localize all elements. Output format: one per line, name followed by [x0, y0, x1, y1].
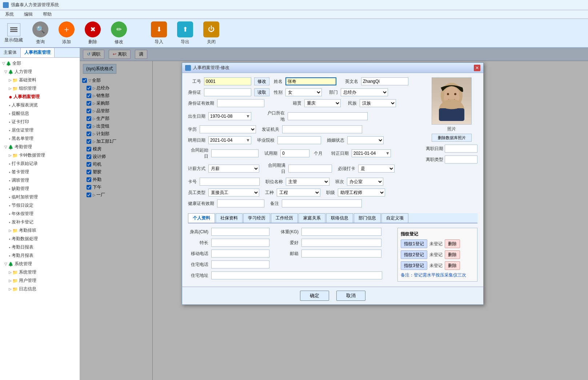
emp-type-select[interactable]: 直接员工: [208, 189, 259, 197]
sidebar-item-monthly-report[interactable]: ▪ 考勤月报表: [1, 251, 78, 260]
title-select[interactable]: 助理工程师: [338, 189, 385, 197]
tab-dept-info[interactable]: 部门信息: [354, 213, 381, 223]
work-type-select[interactable]: 工程: [277, 189, 320, 197]
add-button[interactable]: ＋ 添加: [55, 21, 78, 45]
sidebar-item-blacklist[interactable]: ▪ 黑名单管理: [1, 134, 78, 143]
employee-id-input[interactable]: [204, 77, 251, 85]
tab-social-security[interactable]: 社保资料: [216, 213, 243, 223]
ethnicity-select[interactable]: 汉族: [360, 99, 396, 107]
sidebar-item-daily-report[interactable]: ▪ 考勤日报表: [1, 243, 78, 251]
hire-date-calendar-icon[interactable]: ▼: [245, 138, 251, 143]
delete-photo-button[interactable]: 删除数据库照片: [432, 134, 472, 142]
cancel-button[interactable]: 取消: [336, 291, 365, 301]
education-select[interactable]: [200, 125, 256, 133]
tab-personal[interactable]: 个人资料: [188, 213, 215, 223]
gender-select[interactable]: 女 男: [285, 88, 322, 96]
probation-input[interactable]: [280, 149, 309, 157]
sidebar-item-punch-record[interactable]: ▪ 打卡原始记录: [1, 159, 78, 168]
sidebar-item-overtime[interactable]: ▪ 临时加班管理: [1, 193, 78, 201]
tab-family[interactable]: 家庭关系: [299, 213, 325, 223]
sidebar-item-card-data[interactable]: ▷ 📁 卡钟数据管理: [1, 151, 78, 159]
menu-help[interactable]: 帮助: [41, 11, 54, 18]
sidebar-item-annual-leave[interactable]: ▪ 年休假管理: [1, 210, 78, 218]
position-select[interactable]: 主管: [286, 178, 329, 186]
home-phone-input[interactable]: [211, 260, 269, 268]
sidebar-item-reminder[interactable]: ▪ 提醒信息: [1, 109, 78, 118]
sidebar-item-log[interactable]: ▷ 📁 日志信息: [1, 285, 78, 293]
resign-date-input[interactable]: [445, 145, 477, 153]
sidebar-item-hr-archive[interactable]: ● 人事档案管理: [1, 93, 78, 101]
contract-end-input[interactable]: [288, 165, 332, 173]
fp2-delete-button[interactable]: 删除: [445, 250, 460, 259]
modal-close-button[interactable]: ✕: [474, 65, 480, 71]
confirm-button[interactable]: 确定: [300, 291, 329, 301]
birthdate-calendar-icon[interactable]: ▼: [245, 114, 251, 119]
dept-select[interactable]: 总经办: [341, 88, 388, 96]
hobby-input[interactable]: [301, 239, 381, 247]
resign-type-input[interactable]: [445, 155, 477, 163]
fp2-button[interactable]: 指纹2登记: [401, 250, 427, 259]
native-select[interactable]: 重庆: [304, 99, 341, 107]
sidebar-item-shift-schedule[interactable]: ▷ 📁 考勤排班: [1, 226, 78, 235]
sidebar-item-user-mgmt[interactable]: ▷ 📁 用户管理: [1, 276, 78, 285]
tab-education[interactable]: 学习经历: [243, 213, 270, 223]
hire-date-input[interactable]: [209, 137, 245, 144]
sidebar-item-org-mgmt[interactable]: ▷ 📁 组织管理: [1, 84, 78, 93]
address-input[interactable]: [211, 271, 382, 279]
sidebar-item-sys-mgmt[interactable]: ▽ 🌲 系统管理: [1, 260, 78, 268]
weight-input[interactable]: [301, 228, 381, 236]
delete-button[interactable]: ✖ 删除: [81, 21, 104, 45]
id-card-input[interactable]: [204, 88, 251, 96]
contract-start-input[interactable]: [211, 149, 259, 157]
modify-id-button[interactable]: 修改: [254, 77, 269, 85]
health-cert-input[interactable]: [217, 199, 264, 207]
tab-contact[interactable]: 联络信息: [326, 213, 353, 223]
edit-button[interactable]: ✏ 修改: [107, 21, 131, 45]
sidebar-item-absence[interactable]: ▪ 缺勤管理: [1, 185, 78, 193]
email-input[interactable]: [301, 250, 381, 258]
card-no-input[interactable]: [200, 178, 260, 186]
salary-mode-select[interactable]: 月薪: [208, 165, 259, 173]
show-hide-button[interactable]: 显示/隐藏: [4, 23, 23, 43]
sidebar-item-card-print[interactable]: ▪ 证卡打印: [1, 118, 78, 126]
sidebar-item-holiday[interactable]: ▪ 节假日设定: [1, 201, 78, 210]
fp3-delete-button[interactable]: 删除: [445, 261, 460, 270]
remark-input[interactable]: [282, 199, 362, 207]
issuing-org-input[interactable]: [282, 125, 362, 133]
sidebar-item-sys-config[interactable]: ▷ 📁 系统管理: [1, 268, 78, 276]
name-input[interactable]: [285, 77, 336, 85]
birthdate-input[interactable]: [209, 113, 245, 120]
tab-work-history[interactable]: 工作经历: [271, 213, 298, 223]
fp1-delete-button[interactable]: 删除: [445, 239, 460, 248]
sidebar-item-hr-report[interactable]: ▪ 人事报表浏览: [1, 101, 78, 109]
fp3-button[interactable]: 指纹3登记: [401, 261, 427, 270]
mobile-input[interactable]: [211, 250, 269, 258]
english-name-input[interactable]: [361, 77, 408, 85]
sidebar-item-supplement[interactable]: ▪ 发补卡登记: [1, 218, 78, 226]
sidebar-item-shift-mgmt[interactable]: ▪ 调班管理: [1, 176, 78, 185]
tab-custom[interactable]: 自定义项: [381, 213, 408, 223]
export-button[interactable]: ⬆ 导出: [173, 21, 197, 45]
search-button[interactable]: 🔍 查询: [29, 21, 52, 45]
sidebar-item-all[interactable]: ▽ 🌲 全部: [1, 59, 78, 68]
transfer-date-input[interactable]: [352, 150, 385, 157]
sidebar-item-card-mgmt[interactable]: ▪ 签卡管理: [1, 168, 78, 176]
transfer-date-calendar-icon[interactable]: ▼: [385, 151, 391, 156]
household-input[interactable]: [288, 112, 368, 120]
fp1-button[interactable]: 指纹1登记: [401, 239, 427, 248]
sidebar-item-data-process[interactable]: ▪ 考勤数据处理: [1, 235, 78, 243]
read-id-button[interactable]: 读取: [254, 88, 269, 96]
sidebar-item-residence[interactable]: ▪ 居住证管理: [1, 126, 78, 134]
must-punch-select[interactable]: 是 否: [358, 165, 395, 173]
menu-edit[interactable]: 编辑: [22, 11, 35, 18]
close-button[interactable]: ⏻ 关闭: [200, 21, 223, 45]
sidebar-item-hr-mgmt[interactable]: ▽ 🌲 人力管理: [1, 68, 78, 76]
tab-main[interactable]: 主窗体: [0, 48, 21, 57]
height-input[interactable]: [211, 228, 269, 236]
sidebar-item-basic-info[interactable]: ▷ 📁 基础资料: [1, 76, 78, 84]
sidebar-item-attendance[interactable]: ▽ 🌲 考勤管理: [1, 143, 78, 151]
menu-system[interactable]: 系统: [3, 11, 16, 18]
specialty-input[interactable]: [211, 239, 269, 247]
shift-select[interactable]: 办公室: [347, 178, 383, 186]
marital-select[interactable]: [347, 136, 384, 144]
